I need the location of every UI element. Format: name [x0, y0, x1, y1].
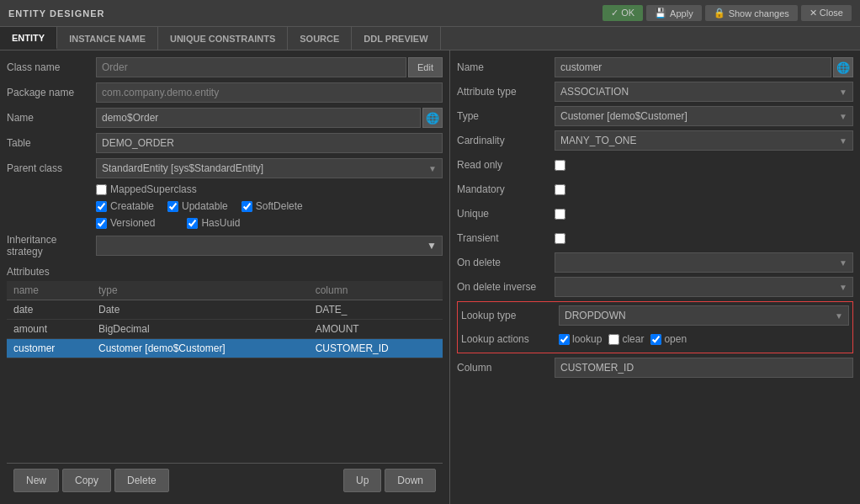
- read-only-checkbox[interactable]: [555, 160, 565, 171]
- mapped-superclass-item[interactable]: MappedSuperclass: [96, 183, 197, 195]
- name-row: Name 🌐: [7, 108, 443, 128]
- column-input[interactable]: [555, 358, 853, 378]
- class-name-input[interactable]: [96, 57, 406, 77]
- transient-checkbox[interactable]: [555, 233, 565, 244]
- creatable-item[interactable]: Creatable: [96, 200, 154, 212]
- has-uuid-item[interactable]: HasUuid: [187, 217, 240, 229]
- copy-button[interactable]: Copy: [62, 469, 111, 492]
- left-panel: Class name Edit Package name Name 🌐 Tabl…: [0, 50, 450, 504]
- inheritance-strategy-select[interactable]: ▼: [96, 236, 443, 256]
- apply-button[interactable]: 💾 Apply: [646, 5, 702, 21]
- open-checkbox[interactable]: [650, 334, 661, 345]
- cardinality-label: Cardinality: [457, 135, 549, 146]
- lookup-type-select[interactable]: DROPDOWN ▼: [559, 305, 849, 326]
- row-date-column: DATE_: [309, 300, 443, 320]
- ok-button[interactable]: ✓ OK: [603, 5, 643, 21]
- table-row[interactable]: date Date DATE_: [7, 300, 443, 320]
- updatable-item[interactable]: Updatable: [167, 200, 228, 212]
- tab-ddl-preview[interactable]: DDL PREVIEW: [352, 27, 440, 50]
- unique-row: Unique: [457, 204, 853, 224]
- table-input[interactable]: [96, 133, 443, 153]
- table-row[interactable]: customer Customer [demo$Customer] CUSTOM…: [7, 339, 443, 358]
- type-arrow: ▼: [839, 112, 847, 121]
- on-delete-select[interactable]: ▼: [555, 252, 853, 273]
- table-label: Table: [7, 137, 91, 149]
- right-name-input-group: 🌐: [555, 57, 853, 77]
- on-delete-inverse-select[interactable]: ▼: [555, 277, 853, 297]
- row-customer-name: customer: [7, 339, 92, 358]
- edit-button[interactable]: Edit: [408, 57, 443, 77]
- attributes-section: Attributes name type column date Date DA…: [7, 266, 443, 458]
- soft-delete-item[interactable]: SoftDelete: [242, 200, 303, 212]
- lookup-action-clear[interactable]: clear: [608, 333, 644, 345]
- mandatory-checkbox[interactable]: [555, 184, 565, 195]
- col-column-header: column: [309, 281, 443, 300]
- versioned-item[interactable]: Versioned: [96, 217, 155, 229]
- tab-unique-constraints[interactable]: UNIQUE CONSTRAINTS: [158, 27, 288, 50]
- name-label: Name: [7, 112, 91, 124]
- cardinality-select[interactable]: MANY_TO_ONE ▼: [555, 130, 853, 151]
- parent-class-select[interactable]: StandardEntity [sys$StandardEntity] ▼: [96, 158, 443, 178]
- row-amount-name: amount: [7, 320, 92, 339]
- unique-checkbox[interactable]: [555, 209, 565, 220]
- type-select[interactable]: Customer [demo$Customer] ▼: [555, 106, 853, 126]
- attribute-type-select[interactable]: ASSOCIATION ▼: [555, 82, 853, 102]
- lookup-actions-label: Lookup actions: [461, 333, 554, 345]
- creatable-checkbox[interactable]: [96, 201, 107, 212]
- lookup-actions-group: lookup clear open: [559, 333, 687, 345]
- tab-entity[interactable]: ENTITY: [0, 27, 57, 50]
- lookup-type-arrow: ▼: [835, 311, 843, 321]
- right-panel: Name 🌐 Attribute type ASSOCIATION ▼ Type…: [450, 50, 860, 504]
- row-amount-type: BigDecimal: [92, 320, 309, 339]
- on-delete-inverse-row: On delete inverse ▼: [457, 277, 853, 297]
- lookup-action-lookup[interactable]: lookup: [559, 333, 602, 345]
- main-content: Class name Edit Package name Name 🌐 Tabl…: [0, 50, 860, 504]
- down-button[interactable]: Down: [385, 469, 436, 492]
- inheritance-strategy-label: Inheritance strategy: [7, 234, 91, 257]
- lookup-action-open[interactable]: open: [650, 333, 687, 345]
- show-changes-button[interactable]: 🔒 Show changes: [705, 5, 798, 21]
- title-bar-buttons: ✓ OK 💾 Apply 🔒 Show changes ✕ Close: [603, 5, 852, 21]
- on-delete-arrow: ▼: [839, 258, 847, 268]
- read-only-row: Read only: [457, 155, 853, 175]
- mapped-superclass-checkbox[interactable]: [96, 184, 107, 195]
- lookup-checkbox[interactable]: [559, 334, 570, 345]
- lookup-section: Lookup type DROPDOWN ▼ Lookup actions lo…: [457, 301, 853, 353]
- on-delete-label: On delete: [457, 257, 549, 268]
- tab-bar: ENTITY INSTANCE NAME UNIQUE CONSTRAINTS …: [0, 27, 860, 50]
- checkboxes-row1: Creatable Updatable SoftDelete: [7, 200, 443, 212]
- package-name-label: Package name: [7, 87, 91, 98]
- right-name-input[interactable]: [555, 57, 831, 77]
- row-date-name: date: [7, 300, 92, 320]
- versioned-checkbox[interactable]: [96, 218, 107, 229]
- table-row-input: Table: [7, 133, 443, 153]
- on-delete-inverse-label: On delete inverse: [457, 281, 549, 293]
- clear-checkbox[interactable]: [608, 334, 619, 345]
- globe-button[interactable]: 🌐: [422, 108, 443, 128]
- mandatory-row: Mandatory: [457, 179, 853, 199]
- col-name-header: name: [7, 281, 92, 300]
- updatable-checkbox[interactable]: [167, 201, 178, 212]
- package-name-row: Package name: [7, 82, 443, 103]
- mapped-superclass-row: MappedSuperclass: [7, 183, 443, 195]
- new-button[interactable]: New: [13, 469, 59, 492]
- up-button[interactable]: Up: [343, 469, 381, 492]
- row-date-type: Date: [92, 300, 309, 320]
- close-button[interactable]: ✕ Close: [801, 5, 852, 21]
- bottom-action-bar: New Copy Delete Up Down: [7, 463, 443, 497]
- soft-delete-checkbox[interactable]: [242, 201, 252, 212]
- attributes-label: Attributes: [7, 266, 443, 278]
- mandatory-label: Mandatory: [457, 183, 549, 195]
- column-label: Column: [457, 362, 549, 374]
- has-uuid-checkbox[interactable]: [187, 218, 198, 229]
- table-row[interactable]: amount BigDecimal AMOUNT: [7, 320, 443, 339]
- name-input[interactable]: [96, 108, 421, 128]
- name-input-group: 🌐: [96, 108, 443, 128]
- right-globe-button[interactable]: 🌐: [833, 57, 853, 77]
- package-name-input[interactable]: [96, 82, 443, 103]
- delete-button[interactable]: Delete: [114, 469, 169, 492]
- attribute-type-row: Attribute type ASSOCIATION ▼: [457, 82, 853, 102]
- parent-class-arrow: ▼: [428, 164, 437, 173]
- tab-source[interactable]: SOURCE: [288, 27, 352, 50]
- tab-instance-name[interactable]: INSTANCE NAME: [57, 27, 158, 50]
